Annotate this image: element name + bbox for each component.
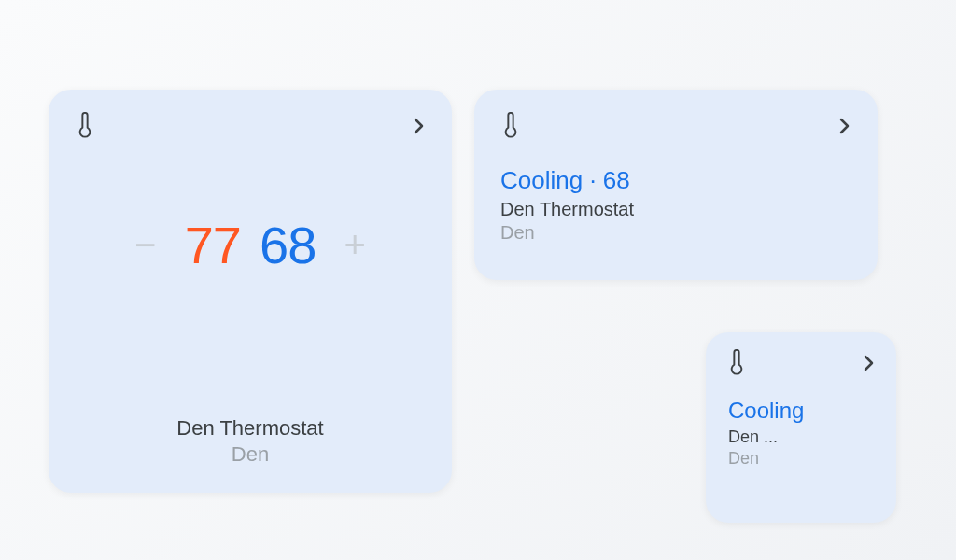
- device-name: Den Thermostat: [500, 199, 851, 220]
- device-name: Den Thermostat: [49, 416, 452, 441]
- thermostat-card-large[interactable]: − 77 68 + Den Thermostat Den: [49, 90, 452, 493]
- thermometer-icon: [500, 112, 521, 144]
- increase-button[interactable]: +: [334, 224, 375, 266]
- cool-setpoint: 68: [260, 215, 316, 275]
- thermostat-card-small[interactable]: Cooling Den ... Den: [706, 332, 896, 523]
- chevron-right-icon[interactable]: [857, 352, 879, 378]
- status-line: Cooling · 68: [500, 166, 851, 195]
- thermometer-icon: [75, 112, 95, 144]
- temperature-controls: − 77 68 +: [49, 215, 452, 275]
- card-body: Cooling · 68 Den Thermostat Den: [474, 144, 878, 244]
- card-header: [474, 90, 878, 144]
- card-header: [49, 90, 452, 144]
- chevron-right-icon[interactable]: [407, 115, 429, 141]
- device-name: Den ...: [728, 427, 878, 447]
- thermometer-icon: [726, 349, 747, 381]
- decrease-button[interactable]: −: [125, 224, 166, 266]
- card-footer: Den Thermostat Den: [49, 416, 452, 467]
- room-name: Den: [500, 222, 851, 244]
- heat-setpoint: 77: [185, 215, 241, 275]
- thermostat-card-medium[interactable]: Cooling · 68 Den Thermostat Den: [474, 90, 878, 280]
- card-header: [706, 332, 896, 381]
- room-name: Den: [49, 442, 452, 467]
- status-line: Cooling: [728, 398, 878, 424]
- room-name: Den: [728, 449, 878, 469]
- card-body: Cooling Den ... Den: [706, 381, 896, 469]
- chevron-right-icon[interactable]: [833, 115, 855, 141]
